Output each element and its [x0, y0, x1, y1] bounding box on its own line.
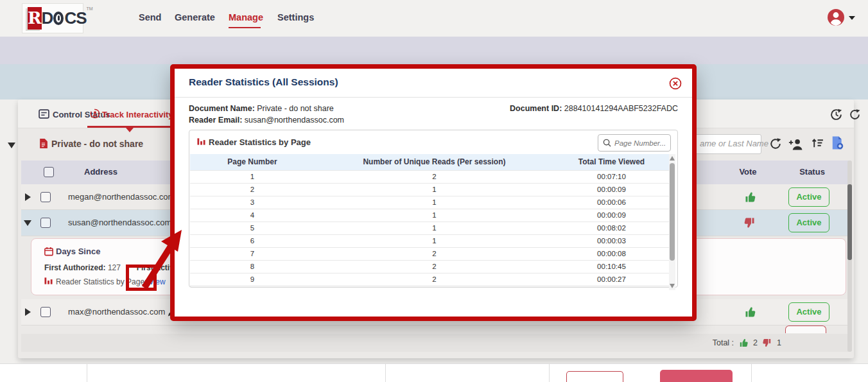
nav-item-settings[interactable]: Settings	[277, 12, 314, 22]
search-icon	[603, 139, 611, 147]
logo-letter-d: D	[42, 8, 53, 28]
logo-trademark: TM	[87, 6, 93, 11]
stats-cell: 9	[190, 273, 315, 286]
stats-cell: 2	[315, 273, 554, 286]
doc-name-label: Document Name:	[189, 104, 255, 113]
nav-item-manage[interactable]: Manage	[229, 12, 263, 22]
export-document-icon[interactable]	[831, 135, 844, 150]
close-icon[interactable]	[669, 77, 682, 90]
document-icon	[39, 138, 48, 149]
add-user-icon[interactable]	[788, 138, 804, 150]
stats-cell: 1	[315, 183, 554, 196]
status-active-button[interactable]: Active	[788, 302, 829, 322]
reader-email: megan@northendassoc.com	[68, 192, 175, 202]
stats-col-unique-reads: Number of Unique Reads (Per session)	[315, 154, 554, 170]
stats-row: 6100:00:03	[190, 234, 669, 247]
total-up-count: 2	[753, 338, 758, 347]
expand-caret[interactable]	[25, 193, 31, 201]
vote-icon	[743, 191, 758, 204]
total-label: Total :	[713, 338, 734, 347]
reader-email-value: susan@northendassoc.com	[245, 116, 344, 125]
stats-row: 5100:08:02	[190, 221, 669, 234]
stats-cell: 00:08:02	[554, 221, 669, 234]
stats-cell: 00:00:09	[554, 183, 669, 196]
control-status-icon	[39, 109, 49, 119]
collapse-caret[interactable]	[24, 220, 31, 226]
stats-cell: 5	[190, 221, 315, 234]
reader-checkbox[interactable]	[40, 192, 51, 202]
modal-doc-id: Document ID: 288410141294AABF5232FADC	[510, 104, 678, 113]
doc-name-value: Private - do not share	[257, 104, 334, 113]
refresh-list-icon[interactable]	[769, 137, 782, 150]
stats-cell: 7	[190, 247, 315, 260]
stats-row: 2100:00:09	[190, 183, 669, 196]
stats-row: 9200:00:27	[190, 273, 669, 286]
tab-track-interactivity[interactable]: Track Interactivity	[102, 110, 173, 119]
stats-cell: 00:00:27	[554, 273, 669, 286]
total-down-count: 1	[777, 338, 781, 347]
stats-cell: 8	[190, 260, 315, 273]
reader-select-all-checkbox[interactable]	[44, 167, 54, 177]
divider	[549, 363, 550, 382]
refresh-icon[interactable]	[849, 109, 861, 121]
reader-checkbox[interactable]	[40, 218, 51, 228]
thumbs-down-icon	[762, 338, 772, 348]
stats-cell: 2	[190, 183, 315, 196]
sort-list-icon[interactable]	[812, 137, 824, 149]
partial-status-button[interactable]	[785, 326, 826, 333]
stats-cell: 00:07:10	[554, 170, 669, 183]
stats-cell: 00:00:06	[554, 196, 669, 209]
divider	[751, 363, 752, 382]
cutoff-solid-button[interactable]	[660, 370, 733, 382]
stats-panel-title: Reader Statistics by Page	[209, 137, 311, 147]
status-active-button[interactable]: Active	[788, 187, 829, 207]
stats-cell: 1	[315, 209, 554, 221]
stats-cell: 00:00:08	[554, 247, 669, 260]
modal-title: Reader Statistics (All Sessions)	[189, 76, 338, 88]
stats-panel: Reader Statistics by Page Page Number...…	[189, 130, 678, 288]
stats-table: Page Number Number of Unique Reads (Per …	[190, 154, 669, 286]
stats-cell: 1	[315, 196, 554, 209]
stats-cell: 4	[190, 209, 315, 221]
cutoff-outline-button[interactable]	[566, 371, 623, 382]
avatar-dropdown-caret[interactable]	[849, 16, 855, 20]
stats-cell: 2	[315, 260, 554, 273]
rdocs-logo[interactable]: R DCS TM	[22, 3, 83, 33]
user-avatar-icon[interactable]	[827, 8, 845, 26]
logo-r-mark: R	[28, 7, 42, 30]
scroll-up-arrow[interactable]	[670, 156, 675, 161]
page-number-placeholder: Page Number...	[614, 139, 666, 147]
col-reader-status: Status	[790, 167, 835, 177]
stats-row: 7200:00:08	[190, 247, 669, 260]
expand-caret[interactable]	[25, 308, 31, 316]
reader-checkbox[interactable]	[40, 307, 51, 317]
reader-email: max@northendassoc.com	[68, 307, 165, 317]
nav-active-underline	[229, 27, 261, 28]
bar-chart-icon	[197, 137, 205, 146]
stats-cell: 00:00:09	[554, 209, 669, 221]
collapse-row-caret[interactable]	[8, 143, 15, 148]
reader-email-label: Reader Email:	[189, 116, 242, 125]
nav-item-generate[interactable]: Generate	[175, 12, 215, 22]
nav-item-send[interactable]: Send	[139, 12, 161, 22]
stats-table-body: 1200:07:102100:00:093100:00:064100:00:09…	[190, 170, 669, 286]
stats-row: 1200:07:10	[190, 170, 669, 183]
lock-icon	[53, 12, 64, 25]
modal-reader-email: Reader Email: susan@northendassoc.com	[189, 116, 344, 125]
stats-scrollbar-thumb[interactable]	[670, 163, 675, 261]
stats-cell: 00:00:03	[554, 234, 669, 247]
status-active-button[interactable]: Active	[788, 213, 829, 232]
history-icon[interactable]	[829, 108, 843, 121]
divider	[87, 363, 87, 382]
reader-search-placeholder: ame or Last Name	[700, 139, 768, 148]
stats-cell: 2	[315, 247, 554, 260]
stats-cell: 6	[190, 234, 315, 247]
scroll-down-arrow[interactable]	[670, 284, 675, 288]
reader-statistics-modal: Reader Statistics (All Sessions) Documen…	[170, 64, 697, 321]
stats-scrollbar[interactable]	[669, 154, 675, 290]
divider	[175, 97, 692, 98]
page-number-search-input[interactable]: Page Number...	[598, 134, 671, 152]
stats-cell: 2	[315, 170, 554, 183]
vote-total-strip: Total : 2 1	[21, 334, 851, 352]
reader-list-scrollbar-thumb[interactable]	[847, 184, 852, 260]
